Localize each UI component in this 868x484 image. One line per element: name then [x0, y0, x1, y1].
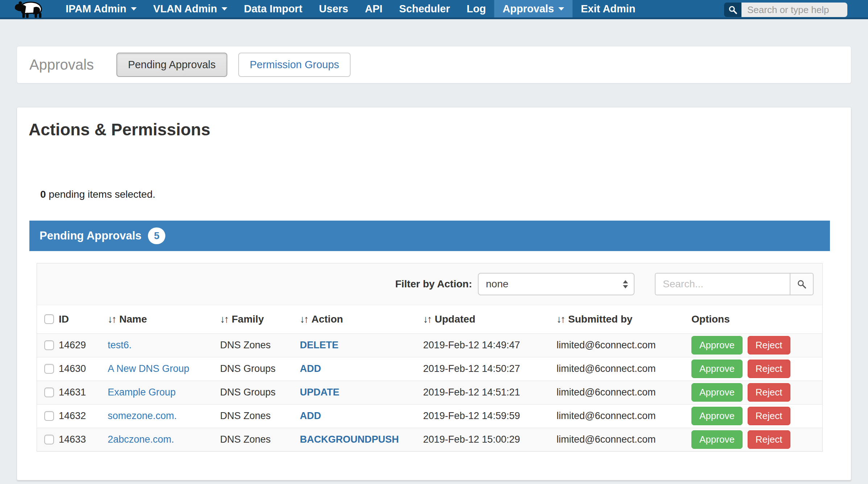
reject-button[interactable]: Reject [748, 407, 790, 425]
cell-family: DNS Groups [220, 381, 300, 404]
pending-approvals-title: Pending Approvals [40, 229, 141, 242]
nav-item-api[interactable]: API [356, 0, 390, 17]
cell-submitted-by: limited@6connect.com [557, 381, 691, 404]
sort-icon[interactable]: ↓↑ [300, 313, 308, 325]
cell-id: 14632 [59, 404, 108, 428]
filter-by-action-label: Filter by Action: [395, 278, 472, 290]
row-action-link[interactable]: BACKGROUNDPUSH [300, 434, 399, 445]
nav-label: Approvals [503, 3, 554, 15]
select-all-checkbox[interactable] [44, 314, 54, 324]
nav-label: VLAN Admin [153, 3, 217, 15]
nav-label: Log [467, 3, 486, 15]
row-action-link[interactable]: DELETE [300, 340, 339, 350]
6connect-mascot-logo-icon [12, 0, 47, 19]
reject-button[interactable]: Reject [748, 336, 790, 354]
row-action-link[interactable]: ADD [300, 410, 321, 421]
approve-button[interactable]: Approve [691, 360, 743, 378]
approve-button[interactable]: Approve [691, 407, 743, 425]
pending-approvals-table: ID ↓↑Name ↓↑Family ↓↑Action ↓↑Updated ↓↑… [37, 305, 822, 451]
nav-item-ipam-admin[interactable]: IPAM Admin [57, 0, 145, 17]
nav-item-exit-admin[interactable]: Exit Admin [573, 0, 644, 17]
cell-updated: 2019-Feb-12 14:51:21 [423, 381, 557, 404]
reject-button[interactable]: Reject [748, 430, 790, 449]
nav-item-users[interactable]: Users [311, 0, 357, 17]
table-search-button[interactable] [790, 273, 814, 295]
approvals-table-container: Filter by Action: none ID [37, 263, 823, 452]
cell-submitted-by: limited@6connect.com [557, 333, 691, 357]
cell-family: DNS Groups [220, 357, 300, 381]
caret-down-icon [558, 7, 564, 11]
row-checkbox[interactable] [44, 364, 54, 374]
approve-button[interactable]: Approve [691, 336, 743, 354]
table-header-row: ID ↓↑Name ↓↑Family ↓↑Action ↓↑Updated ↓↑… [37, 305, 822, 333]
column-header-submitted-by[interactable]: ↓↑Submitted by [557, 305, 691, 333]
row-name-link[interactable]: test6. [108, 340, 132, 350]
row-name-link[interactable]: A New DNS Group [108, 363, 189, 374]
reject-button[interactable]: Reject [748, 360, 790, 378]
tab-pending-approvals[interactable]: Pending Approvals [116, 53, 227, 77]
approve-button[interactable]: Approve [691, 383, 743, 402]
selected-option: none [486, 278, 508, 290]
row-action-link[interactable]: UPDATE [300, 387, 339, 398]
row-action-link[interactable]: ADD [300, 363, 321, 374]
row-name-link[interactable]: Example Group [108, 387, 176, 398]
cell-id: 14633 [59, 428, 108, 451]
selected-count-text: pending items selected. [46, 189, 156, 200]
pending-approvals-heading: Pending Approvals 5 [29, 221, 830, 251]
row-checkbox[interactable] [44, 435, 54, 444]
column-header-family[interactable]: ↓↑Family [220, 305, 300, 333]
pending-count-badge: 5 [148, 227, 165, 244]
filter-action-select[interactable]: none [478, 273, 635, 295]
table-row: 14630 A New DNS Group DNS Groups ADD 201… [37, 357, 822, 381]
sort-icon[interactable]: ↓↑ [108, 313, 116, 325]
actions-permissions-panel: Actions & Permissions 0 pending items se… [17, 107, 851, 480]
row-name-link[interactable]: somezone.com. [108, 410, 177, 421]
table-search-input[interactable] [655, 273, 790, 295]
row-checkbox[interactable] [44, 340, 54, 350]
search-icon [728, 5, 738, 15]
nav-item-approvals[interactable]: Approvals [494, 0, 573, 17]
column-header-updated[interactable]: ↓↑Updated [423, 305, 557, 333]
main-menu: IPAM Admin VLAN Admin Data Import Users … [57, 0, 644, 17]
cell-updated: 2019-Feb-12 14:59:59 [423, 404, 557, 428]
nav-item-scheduler[interactable]: Scheduler [391, 0, 458, 17]
cell-family: DNS Zones [220, 333, 300, 357]
reject-button[interactable]: Reject [748, 383, 790, 402]
row-checkbox[interactable] [44, 387, 54, 397]
approve-button[interactable]: Approve [691, 430, 743, 449]
global-search-button[interactable] [724, 3, 741, 17]
nav-label: IPAM Admin [66, 3, 127, 15]
table-row: 14629 test6. DNS Zones DELETE 2019-Feb-1… [37, 333, 822, 357]
approvals-header-panel: Approvals Pending Approvals Permission G… [17, 46, 851, 83]
nav-label: API [365, 3, 382, 15]
table-row: 14632 somezone.com. DNS Zones ADD 2019-F… [37, 404, 822, 428]
table-search [655, 273, 814, 295]
column-header-id: ID [59, 305, 108, 333]
column-header-name[interactable]: ↓↑Name [108, 305, 220, 333]
cell-submitted-by: limited@6connect.com [557, 428, 691, 451]
nav-label: Scheduler [399, 3, 450, 15]
nav-item-data-import[interactable]: Data Import [236, 0, 311, 17]
nav-item-vlan-admin[interactable]: VLAN Admin [145, 0, 236, 17]
row-name-link[interactable]: 2abczone.com. [108, 434, 174, 445]
table-row: 14633 2abczone.com. DNS Zones BACKGROUND… [37, 428, 822, 451]
select-arrows-icon [623, 280, 628, 288]
top-navbar: IPAM Admin VLAN Admin Data Import Users … [0, 0, 868, 19]
global-search-input[interactable] [741, 3, 847, 17]
tab-permission-groups[interactable]: Permission Groups [238, 53, 351, 77]
filter-row: Filter by Action: none [37, 263, 822, 305]
selected-count-line: 0 pending items selected. [40, 189, 851, 200]
sort-icon[interactable]: ↓↑ [423, 313, 431, 325]
sort-icon[interactable]: ↓↑ [557, 313, 565, 325]
cell-id: 14630 [59, 357, 108, 381]
nav-item-log[interactable]: Log [458, 0, 494, 17]
cell-id: 14631 [59, 381, 108, 404]
table-row: 14631 Example Group DNS Groups UPDATE 20… [37, 381, 822, 404]
cell-updated: 2019-Feb-12 15:00:29 [423, 428, 557, 451]
sort-icon[interactable]: ↓↑ [220, 313, 228, 325]
column-header-action[interactable]: ↓↑Action [300, 305, 423, 333]
cell-family: DNS Zones [220, 404, 300, 428]
nav-label: Users [319, 3, 348, 15]
nav-label: Data Import [244, 3, 302, 15]
row-checkbox[interactable] [44, 411, 54, 421]
